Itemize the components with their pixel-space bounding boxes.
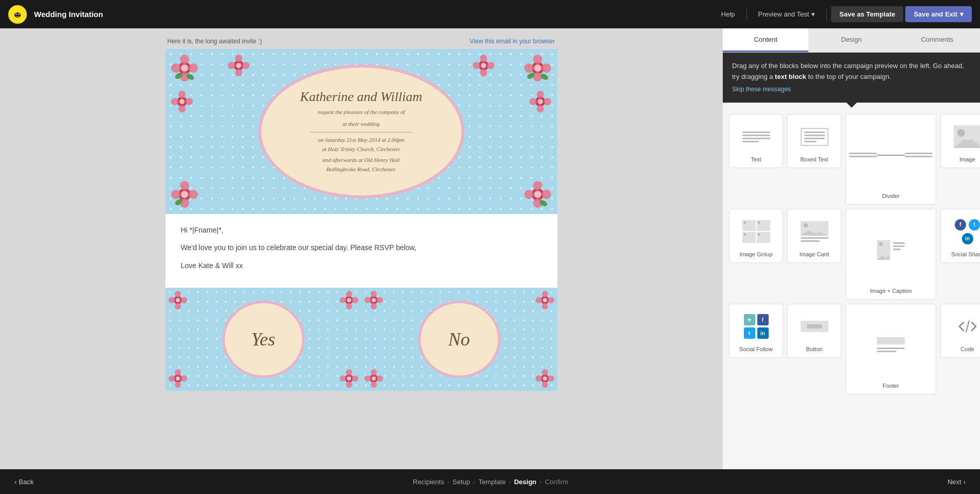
tab-content[interactable]: Content <box>723 28 808 52</box>
block-text[interactable]: Text <box>729 114 783 168</box>
breadcrumb-template[interactable]: Template <box>478 478 506 486</box>
email-body1: We'd love you to join us to celebrate ou… <box>181 242 542 253</box>
no-flower-tr <box>535 290 555 310</box>
svg-point-99 <box>364 375 371 382</box>
couple-names: Katherine and William <box>300 89 422 105</box>
svg-point-76 <box>181 375 187 382</box>
svg-marker-110 <box>877 256 890 260</box>
svg-point-49 <box>178 91 186 98</box>
svg-point-33 <box>542 190 551 199</box>
info-banner: Drag any of the blocks below into the ca… <box>723 53 980 103</box>
breadcrumb-recipients[interactable]: Recipients <box>413 478 444 486</box>
svg-point-11 <box>181 64 188 72</box>
svg-point-94 <box>548 297 554 303</box>
save-template-button[interactable]: Save as Template <box>831 6 903 22</box>
flower-decoration-mr <box>529 90 552 113</box>
svg-point-26 <box>189 190 198 199</box>
help-button[interactable]: Help <box>714 6 742 22</box>
nav-left: Wedding Invitation <box>8 5 103 24</box>
svg-point-88 <box>377 297 383 303</box>
block-image-card[interactable]: Image Card <box>787 209 841 263</box>
block-code[interactable]: Code <box>940 304 980 358</box>
svg-point-18 <box>542 63 551 73</box>
svg-point-32 <box>524 190 534 199</box>
back-button[interactable]: ‹ Back <box>10 476 38 488</box>
app-logo <box>8 5 27 24</box>
view-in-browser-link[interactable]: View this email in your browser <box>470 38 555 45</box>
canvas-scroll: Here it is, the long awaited invite :) V… <box>0 28 722 469</box>
wedding-text-1: request the pleasure of the company of <box>318 108 405 117</box>
block-divider[interactable]: Divider <box>845 114 936 205</box>
svg-point-50 <box>178 105 186 112</box>
email-greeting: Hi *|Fname|*, <box>181 224 542 236</box>
nav-divider-2 <box>826 8 827 21</box>
nav-right: Help Preview and Test ▾ Save as Template… <box>714 6 972 22</box>
svg-point-97 <box>371 369 377 375</box>
svg-point-104 <box>542 382 548 388</box>
svg-point-43 <box>480 55 487 62</box>
top-navigation: Wedding Invitation Help Preview and Test… <box>0 0 980 28</box>
svg-point-91 <box>542 291 548 297</box>
block-button[interactable]: Button <box>787 304 841 358</box>
rsvp-no-text: No <box>448 328 470 350</box>
email-body: Katherine and William request the pleasu… <box>165 49 557 391</box>
block-social-share[interactable]: f t in Social Share <box>940 209 980 263</box>
svg-point-4 <box>16 13 16 14</box>
flower-decoration-tm2 <box>472 54 495 77</box>
block-image[interactable]: Image <box>940 114 980 168</box>
svg-point-56 <box>537 105 544 112</box>
block-social-follow[interactable]: + f t in Social Follow <box>729 304 783 358</box>
svg-point-9 <box>171 63 180 73</box>
svg-point-30 <box>533 181 542 190</box>
svg-point-44 <box>480 69 487 76</box>
svg-point-62 <box>175 303 181 309</box>
bottom-bar: ‹ Back Recipients › Setup › Template › D… <box>0 469 980 494</box>
main-area: Here it is, the long awaited invite :) V… <box>0 28 980 469</box>
flower-decoration-tl <box>171 54 199 83</box>
rsvp-yes-text: Yes <box>251 328 275 350</box>
svg-point-93 <box>536 297 542 303</box>
tab-design[interactable]: Design <box>808 28 894 52</box>
svg-point-15 <box>533 55 542 64</box>
breadcrumb-setup[interactable]: Setup <box>453 478 470 486</box>
info-text-bold: text block <box>775 73 806 80</box>
rsvp-yes-card: Yes <box>165 288 361 391</box>
block-boxed-text[interactable]: Boxed Text <box>787 114 841 168</box>
flower-decoration-ml <box>171 90 194 113</box>
save-exit-button[interactable]: Save and Exit ▾ <box>905 6 972 22</box>
nav-divider <box>746 8 747 21</box>
flower-decoration-bl <box>171 180 199 209</box>
svg-point-85 <box>371 291 377 297</box>
footer-icon <box>849 310 933 380</box>
svg-point-63 <box>169 297 175 303</box>
svg-point-34 <box>534 191 541 198</box>
block-image-group[interactable]: Image Group <box>729 209 783 263</box>
app-title: Wedding Invitation <box>34 10 103 19</box>
svg-point-68 <box>346 303 352 309</box>
no-flower-bl <box>364 369 384 388</box>
svg-point-101 <box>372 376 376 381</box>
block-image-label: Image <box>959 156 975 162</box>
wedding-text-9: Bollingbroke Road, Circhester <box>326 165 396 174</box>
svg-point-55 <box>537 91 544 98</box>
svg-point-74 <box>175 382 181 388</box>
preview-test-button[interactable]: Preview and Test ▾ <box>751 6 823 22</box>
svg-point-107 <box>543 376 547 381</box>
skip-messages-link[interactable]: Skip these messages <box>732 85 971 94</box>
block-footer[interactable]: Footer <box>845 304 936 394</box>
svg-point-73 <box>175 369 181 375</box>
svg-point-61 <box>175 291 181 297</box>
canvas-area[interactable]: Here it is, the long awaited invite :) V… <box>0 28 722 469</box>
next-button[interactable]: Next › <box>943 476 970 488</box>
block-image-caption[interactable]: Image + Caption <box>845 209 936 300</box>
image-card-icon <box>791 216 838 248</box>
block-image-group-label: Image Group <box>739 251 772 257</box>
block-code-label: Code <box>960 346 974 352</box>
svg-point-82 <box>352 375 358 382</box>
no-flower-br <box>535 369 555 388</box>
image-caption-icon <box>849 216 933 285</box>
svg-point-51 <box>171 98 178 105</box>
chevron-down-icon: ▾ <box>811 10 815 18</box>
tab-comments[interactable]: Comments <box>894 28 980 52</box>
bc-sep-4: › <box>540 478 542 486</box>
